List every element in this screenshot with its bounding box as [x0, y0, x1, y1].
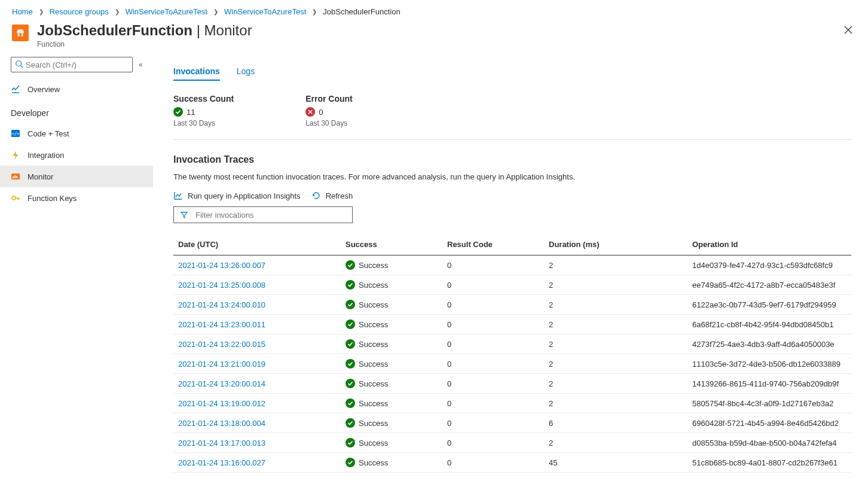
result-code: 0 [442, 413, 544, 433]
svg-point-18 [346, 398, 355, 408]
operation-id: 5805754f-8bc4-4c3f-a0f9-1d27167eb3a2 [687, 394, 851, 413]
invocation-date-link[interactable]: 2021-01-24 13:26:00.007 [178, 261, 265, 270]
operation-id: 6122ae3c-0b77-43d5-9ef7-6179df294959 [687, 295, 851, 315]
sidebar-item-monitor[interactable]: Monitor [0, 166, 153, 187]
result-code: 0 [442, 374, 544, 394]
sidebar-item-function-keys[interactable]: Function Keys [0, 187, 153, 209]
tab-logs[interactable]: Logs [237, 66, 255, 81]
success-label: Success [359, 379, 388, 388]
invocation-date-link[interactable]: 2021-01-24 13:25:00.008 [178, 281, 265, 290]
filter-icon [180, 211, 188, 219]
refresh-icon [311, 191, 321, 200]
invocation-date-link[interactable]: 2021-01-24 13:21:00.019 [178, 360, 265, 369]
operation-id: d08553ba-b59d-4bae-b500-b04a742fefa4 [687, 433, 851, 453]
success-icon [346, 319, 355, 329]
invocation-date-link[interactable]: 2021-01-24 13:16:00.027 [178, 458, 265, 467]
table-row: 2021-01-24 13:20:00.014Success0214139266… [173, 374, 851, 394]
page-title: JobSchedulerFunction | Monitor [37, 22, 252, 39]
metric-sub: Last 30 Days [305, 119, 353, 127]
close-button[interactable] [841, 22, 856, 39]
lightning-icon [11, 150, 20, 160]
success-icon [346, 339, 355, 349]
operation-id: 11103c5e-3d72-4de3-b506-db12e6033889 [687, 354, 851, 374]
monitor-icon [11, 172, 20, 181]
success-cell: Success [346, 379, 438, 388]
svg-point-14 [346, 319, 355, 329]
success-label: Success [359, 340, 388, 349]
chevron-right-icon: ❯ [312, 8, 317, 15]
duration-ms: 2 [544, 374, 687, 394]
breadcrumb-rg1[interactable]: WinServiceToAzureTest [126, 7, 207, 16]
table-row: 2021-01-24 13:23:00.011Success026a68f21c… [173, 315, 851, 334]
filter-input[interactable] [194, 210, 346, 220]
invocation-date-link[interactable]: 2021-01-24 13:24:00.010 [178, 300, 265, 309]
invocation-date-link[interactable]: 2021-01-24 13:18:00.004 [178, 419, 265, 428]
result-code: 0 [442, 255, 544, 275]
success-label: Success [359, 360, 388, 369]
metric-value: 0 [319, 108, 323, 117]
sidebar-item-code-test[interactable]: </> Code + Test [0, 123, 153, 144]
result-code: 0 [442, 453, 544, 473]
chart-icon [173, 191, 183, 200]
metric-value: 11 [187, 108, 195, 117]
svg-point-11 [346, 260, 355, 270]
success-icon [346, 379, 355, 388]
invocation-date-link[interactable]: 2021-01-24 13:23:00.011 [178, 320, 265, 329]
success-label: Success [359, 458, 388, 467]
svg-point-21 [346, 458, 355, 467]
tab-invocations[interactable]: Invocations [173, 66, 220, 81]
col-duration[interactable]: Duration (ms) [544, 234, 687, 255]
collapse-sidebar-button[interactable]: « [139, 60, 143, 69]
sidebar-item-label: Integration [27, 151, 64, 160]
col-success[interactable]: Success [341, 234, 442, 255]
invocation-date-link[interactable]: 2021-01-24 13:19:00.012 [178, 399, 265, 408]
breadcrumb: Home ❯ Resource groups ❯ WinServiceToAzu… [0, 0, 868, 22]
success-icon [173, 107, 183, 117]
success-label: Success [359, 261, 388, 270]
refresh-button[interactable]: Refresh [311, 191, 353, 200]
metric-title: Error Count [305, 94, 353, 103]
operation-id: 51c8b685-bc89-4a01-8807-cd2b267f3e61 [687, 453, 851, 473]
result-code: 0 [442, 354, 544, 374]
operation-id: 14139266-8615-411d-9740-756ab209db9f [687, 374, 851, 394]
svg-point-19 [346, 418, 355, 428]
sidebar: « Overview Developer </> Code + Test Int… [0, 51, 153, 478]
sidebar-item-overview[interactable]: Overview [0, 78, 153, 100]
breadcrumb-resource-groups[interactable]: Resource groups [50, 7, 109, 16]
sidebar-group-developer: Developer [0, 100, 153, 123]
invocation-date-link[interactable]: 2021-01-24 13:20:00.014 [178, 379, 265, 388]
success-cell: Success [346, 458, 438, 467]
success-cell: Success [346, 319, 438, 329]
success-icon [346, 300, 355, 309]
table-row: 2021-01-24 13:19:00.012Success025805754f… [173, 394, 851, 413]
duration-ms: 2 [544, 394, 687, 413]
success-icon [346, 458, 355, 467]
col-result[interactable]: Result Code [442, 234, 544, 255]
run-query-button[interactable]: Run query in Application Insights [173, 191, 301, 200]
sidebar-item-integration[interactable]: Integration [0, 144, 153, 166]
section-title-traces: Invocation Traces [173, 154, 851, 165]
breadcrumb-rg2[interactable]: WinServiceToAzureTest [224, 7, 306, 16]
svg-point-16 [346, 359, 355, 369]
table-row: 2021-01-24 13:25:00.008Success02ee749a65… [173, 275, 851, 295]
success-icon [346, 359, 355, 369]
breadcrumb-current: JobSchedulerFunction [323, 7, 400, 16]
invocation-date-link[interactable]: 2021-01-24 13:17:00.013 [178, 439, 265, 447]
duration-ms: 2 [544, 275, 687, 295]
metric-success: Success Count 11 Last 30 Days [173, 94, 234, 127]
col-operation-id[interactable]: Operation Id [687, 234, 851, 255]
svg-line-1 [21, 65, 23, 68]
sidebar-item-label: Code + Test [27, 129, 69, 138]
filter-invocations[interactable] [173, 206, 353, 223]
table-row: 2021-01-24 13:17:00.013Success02d08553ba… [173, 433, 851, 453]
success-label: Success [359, 399, 388, 408]
breadcrumb-home[interactable]: Home [12, 7, 33, 16]
col-date[interactable]: Date (UTC) [173, 234, 341, 255]
operation-id: 1d4e0379-fe47-427d-93c1-c593dfc68fc9 [687, 255, 851, 275]
operation-id: 4273f725-4ae3-4db3-9aff-4d6a4050003e [687, 334, 851, 354]
sidebar-search-input[interactable] [23, 59, 129, 71]
chevron-right-icon: ❯ [115, 8, 120, 15]
sidebar-search[interactable] [11, 57, 133, 72]
operation-id: ee749a65-4f2c-4172-a8b7-ecca05483e3f [687, 275, 851, 295]
invocation-date-link[interactable]: 2021-01-24 13:22:00.015 [178, 340, 265, 349]
